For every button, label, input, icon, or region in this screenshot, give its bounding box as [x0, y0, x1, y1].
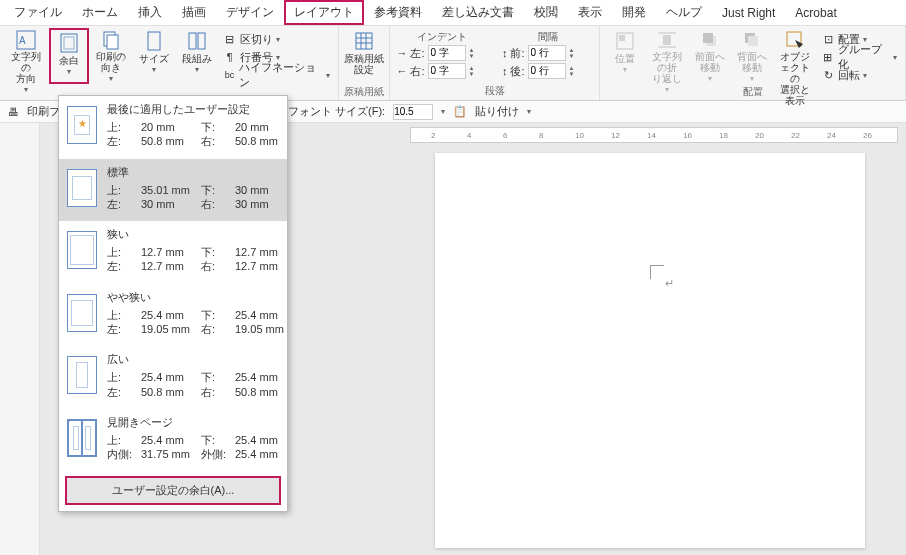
rotate-button: ↻回転▾: [817, 66, 901, 84]
tab-挿入[interactable]: 挿入: [128, 0, 172, 25]
manuscript-button[interactable]: 原稿用紙設定: [343, 28, 385, 84]
line-numbers-icon: ¶: [223, 50, 237, 64]
wrap-icon: [656, 30, 678, 50]
margin-preset-1[interactable]: 標準上:35.01 mm下:30 mm左:30 mm右:30 mm: [59, 159, 287, 222]
group-label-arrange: 配置: [604, 84, 901, 101]
orientation-icon: [100, 30, 122, 50]
text-direction-icon: A: [15, 30, 37, 50]
spinner[interactable]: ▲▼: [569, 47, 575, 59]
ruler-tick: 12: [611, 131, 620, 140]
font-size-input[interactable]: [393, 104, 433, 120]
preset-title: 見開きページ: [107, 415, 291, 430]
group-icon: ⊞: [821, 50, 834, 64]
preset-title: 広い: [107, 352, 291, 367]
menu-bar: ファイルホーム挿入描画デザインレイアウト参考資料差し込み文書校閲表示開発ヘルプJ…: [0, 0, 906, 26]
spacing-after-icon: ↕: [502, 65, 508, 77]
tab-校閲[interactable]: 校閲: [524, 0, 568, 25]
indent-heading: インデント: [394, 28, 490, 44]
selection-pane-button[interactable]: オブジェクトの選択と表示: [775, 28, 816, 84]
margin-preset-0[interactable]: 最後に適用したユーザー設定上:20 mm下:20 mm左:50.8 mm右:50…: [59, 96, 287, 159]
indent-right-icon: ←: [396, 65, 407, 77]
spacing-before-input[interactable]: [528, 45, 566, 61]
spinner[interactable]: ▾: [441, 107, 445, 116]
tab-just right[interactable]: Just Right: [712, 2, 785, 24]
group-page-setup: A 文字列の方向 ▾ 余白 ▾ 印刷の向き ▾ サイズ ▾ 段組み: [0, 26, 339, 100]
size-icon: [143, 30, 165, 52]
bring-forward-button: 前面へ移動▾: [690, 28, 731, 84]
tab-差し込み文書[interactable]: 差し込み文書: [432, 0, 524, 25]
svg-rect-15: [619, 35, 625, 41]
font-size-label: フォント サイズ(F):: [288, 104, 385, 119]
ruler-tick: 16: [683, 131, 692, 140]
tab-ホーム[interactable]: ホーム: [72, 0, 128, 25]
breaks-icon: ⊟: [223, 32, 237, 46]
spinner[interactable]: ▲▼: [469, 47, 475, 59]
chevron-down-icon: ▾: [152, 65, 156, 74]
margin-thumb-icon: [67, 356, 97, 394]
tab-デザイン[interactable]: デザイン: [216, 0, 284, 25]
margins-button[interactable]: 余白 ▾: [49, 28, 90, 84]
tab-ヘルプ[interactable]: ヘルプ: [656, 0, 712, 25]
ruler-tick: 20: [755, 131, 764, 140]
group-label-manuscript: 原稿用紙: [343, 84, 385, 101]
spinner[interactable]: ▲▼: [469, 65, 475, 77]
margin-thumb-icon: [67, 231, 97, 269]
columns-button[interactable]: 段組み ▾: [176, 28, 217, 84]
ruler-tick: 24: [827, 131, 836, 140]
svg-rect-9: [356, 33, 372, 49]
spacing-after-input[interactable]: [528, 63, 566, 79]
tab-ファイル[interactable]: ファイル: [4, 0, 72, 25]
size-button[interactable]: サイズ ▾: [134, 28, 175, 84]
spinner[interactable]: ▲▼: [569, 65, 575, 77]
hyphenation-icon: bc: [223, 68, 236, 82]
spacing-heading: 間隔: [500, 28, 596, 44]
custom-margins-button[interactable]: ユーザー設定の余白(A)...: [65, 476, 281, 505]
margin-thumb-icon: [67, 106, 97, 144]
group-label-paragraph: 段落: [394, 83, 595, 100]
tab-表示[interactable]: 表示: [568, 0, 612, 25]
breaks-button[interactable]: ⊟区切り▾: [219, 30, 335, 48]
preset-title: 狭い: [107, 227, 291, 242]
ruler-tick: 6: [503, 131, 507, 140]
ruler-tick: 14: [647, 131, 656, 140]
columns-icon: [186, 30, 208, 52]
margin-preset-3[interactable]: やや狭い上:25.4 mm下:25.4 mm左:19.05 mm右:19.05 …: [59, 284, 287, 347]
ribbon: A 文字列の方向 ▾ 余白 ▾ 印刷の向き ▾ サイズ ▾ 段組み: [0, 26, 906, 101]
text-direction-button[interactable]: A 文字列の方向 ▾: [6, 28, 47, 84]
send-backward-icon: [741, 30, 763, 50]
margin-preset-2[interactable]: 狭い上:12.7 mm下:12.7 mm左:12.7 mm右:12.7 mm: [59, 221, 287, 284]
indent-left-input[interactable]: [428, 45, 466, 61]
margin-preset-4[interactable]: 広い上:25.4 mm下:25.4 mm左:50.8 mm右:50.8 mm: [59, 346, 287, 409]
group-button: ⊞グループ化▾: [817, 48, 901, 66]
margins-icon: [58, 32, 80, 54]
horizontal-ruler[interactable]: 2468101214161820222426: [410, 127, 898, 143]
tab-参考資料[interactable]: 参考資料: [364, 0, 432, 25]
print-preview-icon[interactable]: 🖶: [8, 106, 19, 118]
ruler-tick: 18: [719, 131, 728, 140]
send-backward-button: 背面へ移動▾: [732, 28, 773, 84]
svg-rect-22: [748, 36, 758, 46]
ruler-tick: 8: [539, 131, 543, 140]
tab-レイアウト[interactable]: レイアウト: [284, 0, 364, 25]
tab-acrobat[interactable]: Acrobat: [785, 2, 846, 24]
margin-thumb-icon: [67, 169, 97, 207]
position-icon: [614, 30, 636, 52]
preset-title: やや狭い: [107, 290, 291, 305]
paste-icon[interactable]: 📋: [453, 105, 467, 118]
tab-描画[interactable]: 描画: [172, 0, 216, 25]
paragraph-mark: ↵: [665, 277, 674, 290]
margin-preset-5[interactable]: 見開きページ上:25.4 mm下:25.4 mm内側:31.75 mm外側:25…: [59, 409, 287, 472]
chevron-down-icon: ▾: [109, 74, 113, 83]
preset-title: 最後に適用したユーザー設定: [107, 102, 291, 117]
indent-left-icon: →: [396, 47, 407, 59]
indent-right-input[interactable]: [428, 63, 466, 79]
orientation-button[interactable]: 印刷の向き ▾: [91, 28, 132, 84]
preset-title: 標準: [107, 165, 291, 180]
svg-rect-3: [64, 37, 74, 49]
svg-text:A: A: [19, 35, 26, 46]
tab-開発[interactable]: 開発: [612, 0, 656, 25]
document-page[interactable]: ↵: [435, 153, 865, 548]
hyphenation-button[interactable]: bcハイフネーション▾: [219, 66, 335, 84]
svg-rect-5: [107, 35, 118, 49]
margin-corner-mark: [650, 265, 664, 279]
